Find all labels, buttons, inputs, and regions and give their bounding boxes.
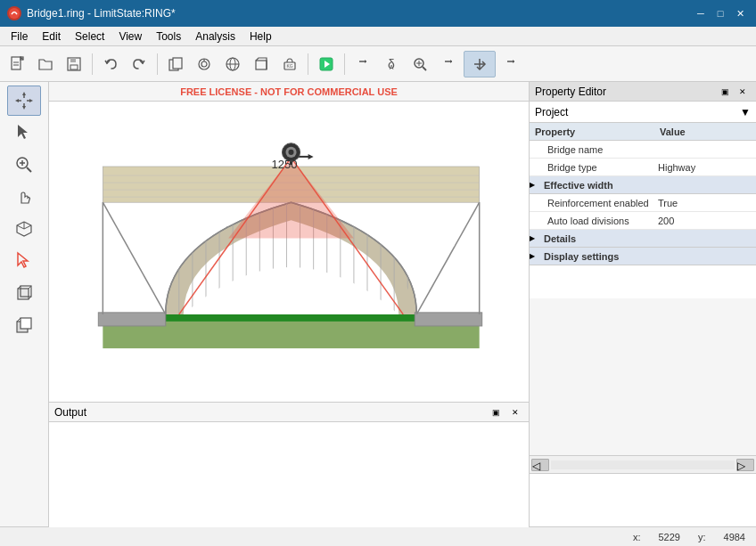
globe-button[interactable] [219,51,246,77]
svg-text:A: A [390,64,394,70]
svg-rect-17 [256,61,267,69]
output-title: Output [54,406,86,419]
3d-view-button[interactable] [7,214,41,244]
sep3 [308,53,308,75]
svg-marker-34 [29,99,33,102]
svg-text:1250: 1250 [271,158,297,171]
menu-select[interactable]: Select [68,27,111,46]
toolbar-more[interactable] [435,51,462,77]
menu-view[interactable]: View [111,27,149,46]
menu-tools[interactable]: Tools [149,27,188,46]
canvas-viewport[interactable]: 1250 [49,102,529,402]
close-button[interactable]: ✕ [731,4,749,22]
select-tool-button[interactable] [7,118,41,148]
pe-group-effective-width[interactable]: ▶ Effective width [530,176,756,194]
pe-value-auto-load: 200 [654,216,756,226]
pe-spacer [530,298,756,456]
pe-scroll-left-btn[interactable]: ◁ [531,459,549,471]
save-button[interactable] [61,51,87,77]
pe-label-reinforcement: Reinforcement enabled [530,198,654,208]
menu-help[interactable]: Help [242,27,279,46]
clip-button[interactable] [191,51,218,77]
svg-rect-92 [415,313,481,326]
pe-scroll-right-btn[interactable]: ▷ [736,459,754,471]
weight-button[interactable]: KG [276,51,303,77]
pe-label-auto-load: Auto load divisions [530,216,654,226]
pe-row-auto-load[interactable]: Auto load divisions 200 [530,212,756,230]
pe-scroll-track[interactable] [551,460,735,469]
pe-group-details[interactable]: ▶ Details [530,230,756,248]
output-restore-button[interactable]: ▣ [488,404,504,420]
pe-restore-button[interactable]: ▣ [717,84,733,100]
sep4 [344,53,345,75]
toolbar-end-more[interactable] [497,51,524,77]
x-coord-value: 5229 [658,532,679,542]
svg-marker-31 [22,92,26,95]
license-text: FREE LICENSE - NOT FOR COMMERCIAL USE [180,86,398,97]
pe-dropdown-icon: ▼ [740,106,751,118]
output-controls: ▣ ✕ [488,404,523,420]
copy-button[interactable] [162,51,189,77]
new-button[interactable] [4,51,30,77]
undo-button[interactable] [97,51,124,77]
box-button[interactable] [248,51,275,77]
maximize-button[interactable]: □ [711,4,729,22]
pe-label-bridge-type: Bridge type [530,162,654,173]
play-button[interactable] [313,51,340,77]
hand-tool-button[interactable] [7,182,41,212]
pe-chevron-details: ▶ [530,234,535,242]
cursor2-button[interactable] [7,246,41,276]
svg-rect-10 [173,58,182,69]
pe-row-reinforcement[interactable]: Reinforcement enabled True [530,194,756,212]
svg-line-42 [24,225,31,229]
pe-row-bridge-type[interactable]: Bridge type Highway [530,159,756,176]
output-panel: Output ▣ ✕ [49,402,529,526]
toolbar-expand[interactable] [349,51,376,77]
svg-line-37 [27,167,31,172]
svg-rect-8 [70,65,78,69]
license-bar: FREE LICENSE - NOT FOR COMMERCIAL USE [49,82,529,102]
pe-hscrollbar[interactable]: ◁ ▷ [530,455,756,473]
menu-analysis[interactable]: Analysis [188,27,242,46]
main-layout: FREE LICENSE - NOT FOR COMMERCIAL USE [0,82,756,526]
pe-dropdown[interactable]: Project ▼ [530,102,756,123]
y-coord-label: y: [698,532,706,542]
svg-point-0 [9,8,20,19]
svg-rect-91 [98,313,165,326]
open-button[interactable] [32,51,59,77]
menu-file[interactable]: File [4,27,35,46]
pe-col-property: Property [530,126,654,137]
svg-rect-44 [18,289,29,299]
pe-label-effective-width: Effective width [538,180,613,191]
svg-marker-86 [308,154,314,159]
pe-row-bridge-name[interactable]: Bridge name [530,141,756,159]
toolbar-grid[interactable] [464,51,496,77]
cube1-button[interactable] [7,278,41,308]
search-zoom-button[interactable] [407,51,433,77]
pan-tool-button[interactable] [7,86,41,116]
toolbar: KG δA [0,46,756,82]
redo-button[interactable] [126,51,152,77]
titlebar-left: Bridge1.ring - LimitState:RING* [7,6,176,20]
zoom-tool-button[interactable] [7,150,41,180]
titlebar-controls: ─ □ ✕ [692,4,749,22]
output-body [49,422,529,527]
svg-marker-43 [18,253,28,267]
cube2-button[interactable] [7,310,41,340]
delta-button[interactable]: δA [378,51,405,77]
svg-point-12 [201,61,207,67]
menu-edit[interactable]: Edit [35,27,68,46]
pe-group-display-settings[interactable]: ▶ Display settings [530,248,756,265]
svg-rect-50 [21,318,31,329]
svg-marker-32 [15,99,19,102]
svg-text:KG: KG [286,63,292,69]
x-coord-label: x: [633,532,641,542]
output-close-button[interactable]: ✕ [507,404,523,420]
svg-rect-1 [12,57,21,69]
sep2 [157,53,158,75]
svg-line-26 [423,67,426,70]
minimize-button[interactable]: ─ [692,4,710,22]
pe-close-button[interactable]: ✕ [735,84,751,100]
sep1 [92,53,93,75]
svg-line-51 [17,318,21,322]
